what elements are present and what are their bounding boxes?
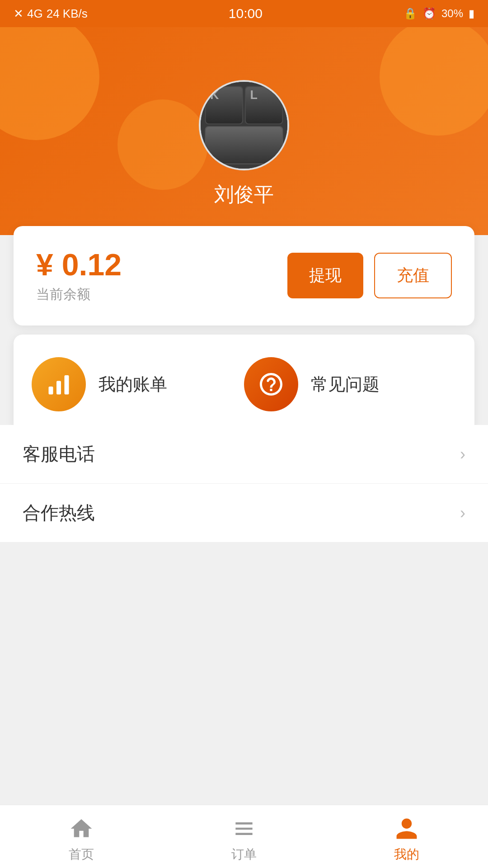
network-speed: 24 KB/s <box>47 7 88 21</box>
nav-mine[interactable]: 我的 <box>325 811 488 863</box>
signal-icon: ✕ <box>14 7 23 21</box>
balance-label: 当前余额 <box>36 285 122 304</box>
circle-decoration-2 <box>380 18 488 136</box>
withdraw-button[interactable]: 提现 <box>287 253 363 298</box>
bottom-nav: 首页 订单 我的 <box>0 805 488 868</box>
profile-header: K L <box>0 0 488 235</box>
faq-icon <box>244 357 298 411</box>
balance-info: ¥ 0.12 当前余额 <box>36 248 122 304</box>
svg-rect-11 <box>65 375 69 395</box>
list-section: 客服电话 › 合作热线 › <box>0 425 488 542</box>
avatar-image: K L <box>201 82 287 169</box>
customer-service-label: 客服电话 <box>23 442 95 467</box>
nav-orders[interactable]: 订单 <box>163 811 325 863</box>
recharge-button[interactable]: 充值 <box>374 253 452 298</box>
svg-rect-8 <box>206 127 282 164</box>
avatar[interactable]: K L <box>199 80 289 170</box>
svg-text:K: K <box>210 88 219 102</box>
lock-icon: 🔒 <box>404 7 417 20</box>
svg-rect-2 <box>206 87 243 124</box>
status-bar: ✕ 4G 24 KB/s 10:00 🔒 ⏰ 30% ▮ <box>0 0 488 27</box>
mine-icon <box>393 815 420 842</box>
customer-service-item[interactable]: 客服电话 › <box>0 425 488 484</box>
nav-mine-label: 我的 <box>394 846 419 863</box>
faq-label: 常见问题 <box>311 373 380 396</box>
chart-icon <box>45 371 72 398</box>
svg-text:L: L <box>250 88 257 102</box>
cooperation-hotline-label: 合作热线 <box>23 500 95 525</box>
bills-label: 我的账单 <box>99 373 167 396</box>
bills-icon <box>32 357 86 411</box>
alarm-icon: ⏰ <box>422 7 436 20</box>
status-left: ✕ 4G 24 KB/s <box>14 7 88 21</box>
battery-icon: ▮ <box>469 7 474 20</box>
svg-rect-10 <box>56 381 61 395</box>
svg-rect-9 <box>49 387 53 395</box>
quick-actions-card: 我的账单 常见问题 <box>14 335 474 434</box>
status-time: 10:00 <box>229 6 263 21</box>
question-icon <box>258 371 285 398</box>
chevron-right-icon-2: › <box>460 504 465 523</box>
nav-home-label: 首页 <box>69 846 94 863</box>
home-icon <box>68 815 95 842</box>
bills-action[interactable]: 我的账单 <box>32 357 244 411</box>
circle-decoration-1 <box>0 14 99 140</box>
battery-percent: 30% <box>441 7 463 20</box>
balance-card: ¥ 0.12 当前余额 提现 充值 <box>14 226 474 326</box>
username: 刘俊平 <box>214 181 274 208</box>
circle-decoration-3 <box>117 99 208 190</box>
balance-amount: ¥ 0.12 <box>36 248 122 282</box>
faq-action[interactable]: 常见问题 <box>244 357 456 411</box>
nav-home[interactable]: 首页 <box>0 811 163 863</box>
cooperation-hotline-item[interactable]: 合作热线 › <box>0 484 488 542</box>
balance-actions: 提现 充值 <box>287 253 452 298</box>
orders-icon <box>230 815 258 842</box>
status-right: 🔒 ⏰ 30% ▮ <box>404 7 474 20</box>
nav-orders-label: 订单 <box>231 846 257 863</box>
chevron-right-icon-1: › <box>460 445 465 464</box>
signal-strength: 4G <box>27 7 43 21</box>
